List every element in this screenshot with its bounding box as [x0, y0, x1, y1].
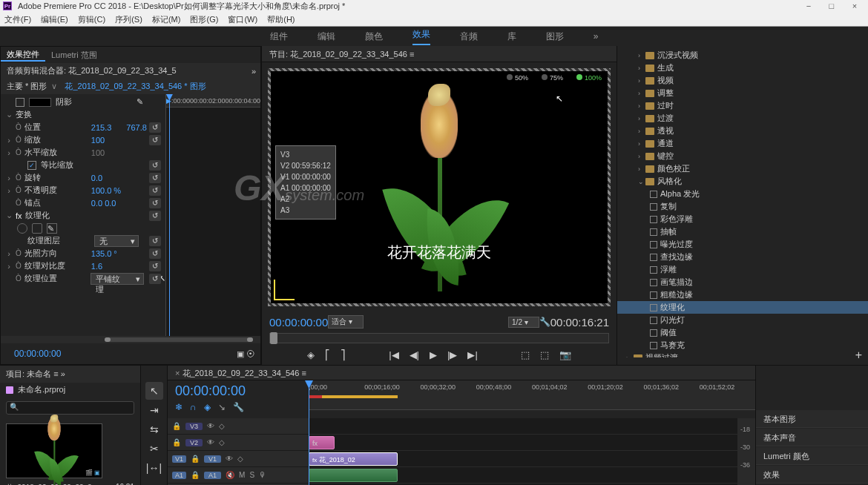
workspace-effects[interactable]: 效果 [412, 28, 430, 45]
program-scrubber[interactable] [269, 333, 609, 343]
minimize-button[interactable]: − [798, 0, 819, 12]
timeline-panel-menu[interactable]: ≡ [301, 369, 306, 377]
pen-tool[interactable]: ✒ [145, 478, 163, 485]
fx-roughen[interactable]: 粗糙边缘 [617, 288, 868, 301]
rotation-reset[interactable]: ↺ [149, 173, 161, 183]
program-monitor[interactable]: 50% 75% 100% ↖ V3 V2 00:59:56:12 V1 00:0… [268, 68, 611, 306]
menu-help[interactable]: 帮助(H) [267, 15, 295, 24]
workspace-audio[interactable]: 音频 [460, 30, 478, 43]
workspace-assembly[interactable]: 组件 [270, 30, 288, 43]
fx-overexpose[interactable]: 曝光过度 [617, 238, 868, 251]
uniform-scale-checkbox[interactable] [27, 161, 36, 170]
fx-color-emboss[interactable]: 彩色浮雕 [617, 213, 868, 225]
overwrite-icon[interactable]: 🔧 [233, 402, 244, 412]
opacity-twirl[interactable]: › [5, 186, 13, 195]
folder-perspective[interactable]: ›透视 [617, 125, 868, 137]
lightdir-twirl[interactable]: › [5, 249, 13, 258]
eyedropper-icon[interactable]: ✎ [137, 97, 143, 107]
fx-brush[interactable]: 画笔描边 [617, 276, 868, 288]
folder-adjust[interactable]: ›调整 [617, 87, 868, 99]
zoom-dropdown[interactable]: 1/2 ▾ [508, 317, 539, 328]
menu-graphics[interactable]: 图形(G) [190, 15, 218, 24]
folder-transition[interactable]: ›过渡 [617, 112, 868, 125]
settings-wrench-icon[interactable]: 🔧 [539, 317, 550, 327]
workspace-color[interactable]: 颜色 [365, 30, 383, 43]
slip-tool[interactable]: |↔| [145, 459, 163, 477]
menu-marker[interactable]: 标记(M) [152, 15, 181, 24]
tab-lumetri-scopes[interactable]: Lumetri 范围 [45, 50, 103, 61]
program-tc-left[interactable]: 00:00:00:00 [269, 316, 328, 329]
lightdir-value[interactable]: 135.0 ° [91, 249, 117, 258]
ec-playhead[interactable] [169, 94, 170, 336]
timeline-timecode[interactable]: 00:00:00:00 [175, 383, 301, 399]
texcontrast-twirl[interactable]: › [5, 262, 13, 271]
mark-in-icon[interactable]: ⎡ [325, 349, 330, 360]
track-header-a1[interactable]: A1🔒A1🔇MS🎙 [168, 467, 309, 484]
clip-audio-main[interactable] [309, 469, 398, 482]
project-panel-menu[interactable]: ≡ » [53, 369, 65, 378]
folder-colorcorrect[interactable]: ›颜色校正 [617, 162, 868, 175]
lift-icon[interactable]: ⬚ [521, 349, 530, 360]
fx-emboss[interactable]: 浮雕 [617, 263, 868, 276]
go-to-in-icon[interactable]: |◀ [389, 349, 398, 360]
texpos-dropdown[interactable]: 平铺纹理 [91, 273, 144, 285]
texturize-reset[interactable]: ↺ [149, 211, 161, 221]
anchor-reset[interactable]: ↺ [149, 198, 161, 208]
transform-twirl[interactable]: ⌄ [5, 110, 13, 119]
tab-essential-graphics[interactable]: 基本图形 [756, 410, 868, 428]
clip-graphic[interactable]: fx [309, 436, 335, 449]
fx-replicate[interactable]: 复制 [617, 200, 868, 213]
fx-threshold[interactable]: 阈值 [617, 326, 868, 339]
folder-obsolete[interactable]: ›过时 [617, 99, 868, 112]
opacity-value[interactable]: 100.0 % [91, 186, 121, 195]
shadow-checkbox[interactable] [16, 98, 24, 107]
scale-twirl[interactable]: › [5, 136, 13, 145]
opacity-reset[interactable]: ↺ [149, 185, 161, 196]
clip-video-main[interactable]: fx 花_2018_02 [309, 452, 398, 466]
insert-icon[interactable]: ↘ [218, 402, 226, 412]
menu-sequence[interactable]: 序列(S) [115, 15, 142, 24]
fx-strobe[interactable]: 闪光灯 [617, 314, 868, 326]
fx-texturize[interactable]: 纹理化 [617, 301, 868, 314]
folder-immersive[interactable]: ›沉浸式视频 [617, 49, 868, 62]
media-thumbnail[interactable]: 🎬 ▣ [6, 423, 102, 478]
tab-lumetri-color[interactable]: Lumetri 颜色 [756, 447, 868, 465]
shadow-color-swatch[interactable] [29, 98, 51, 107]
track-header-v3[interactable]: 🔒V3👁◇ [168, 418, 309, 435]
add-marker-icon[interactable]: ◈ [307, 349, 315, 360]
ec-scrollbar[interactable] [105, 337, 253, 342]
menu-file[interactable]: 文件(F) [4, 15, 31, 24]
play-icon[interactable]: ▶ [430, 349, 437, 360]
track-a1[interactable] [309, 467, 737, 484]
ec-clip-link[interactable]: 花_2018_02_09_22_33_34_546 * 图形 [65, 81, 206, 92]
texcontrast-value[interactable]: 1.6 [91, 262, 102, 271]
tab-effect-controls[interactable]: 效果控件 [1, 49, 45, 62]
track-header-v1[interactable]: V1🔒V1👁◇ [168, 451, 309, 467]
fx-alpha-glow[interactable]: Alpha 发光 [617, 188, 868, 200]
mark-out-icon[interactable]: ⎤ [341, 349, 346, 360]
ripple-edit-tool[interactable]: ⇆ [145, 420, 163, 438]
position-y[interactable]: 767.8 [126, 123, 147, 132]
timeline-ruler[interactable]: ;00;0000;00;16;0000;00;32;0000;00;48;000… [309, 380, 755, 410]
workspace-more[interactable]: » [594, 31, 599, 42]
extract-icon[interactable]: ⬚ [540, 349, 549, 360]
close-button[interactable]: × [844, 0, 865, 12]
snap-icon[interactable]: ❄ [175, 402, 183, 412]
go-to-out-icon[interactable]: ▶| [467, 349, 477, 360]
folder-generate[interactable]: ›生成 [617, 62, 868, 74]
maximize-button[interactable]: □ [821, 0, 842, 12]
marker-icon[interactable]: ◈ [204, 402, 211, 412]
position-x[interactable]: 215.3 [91, 123, 112, 132]
texture-layer-dropdown[interactable]: 无 [94, 235, 139, 247]
folder-stylize[interactable]: ⌄风格化 [617, 175, 868, 188]
track-v1[interactable]: fx 花_2018_02 [309, 451, 737, 467]
step-back-icon[interactable]: ◀| [410, 349, 419, 360]
tab-effects[interactable]: 效果 [756, 466, 868, 484]
folder-video[interactable]: ›视频 [617, 74, 868, 87]
texture-layer-reset[interactable]: ↺ [149, 236, 161, 246]
fx-mosaic[interactable]: 马赛克 [617, 339, 868, 352]
tab-essential-sound[interactable]: 基本声音 [756, 429, 868, 446]
timeline-playhead[interactable] [309, 380, 309, 485]
rotation-value[interactable]: 0.0 [91, 174, 102, 182]
selection-tool[interactable]: ↖ [145, 382, 163, 400]
